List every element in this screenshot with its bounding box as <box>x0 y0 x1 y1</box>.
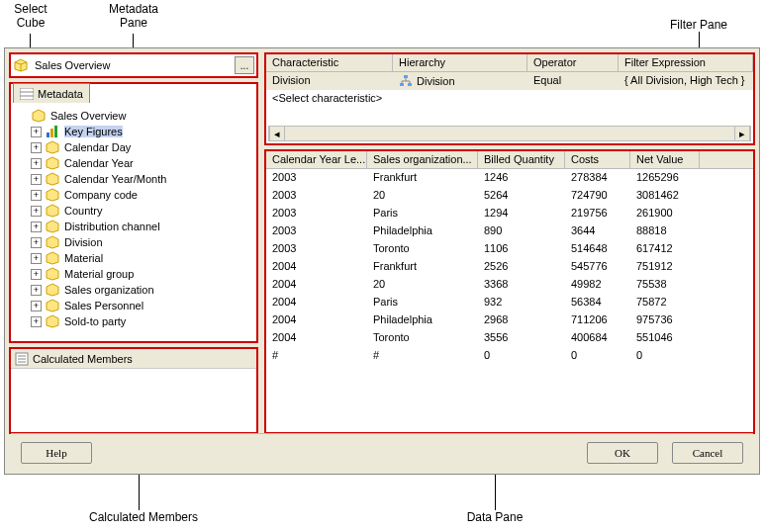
tree-item-label: Material group <box>64 268 134 280</box>
filter-row[interactable]: DivisionDivisionEqual{ All Division, Hig… <box>266 72 753 90</box>
data-cell: 3556 <box>478 329 565 347</box>
data-row[interactable]: 2004Philadelphia2968711206975736 <box>266 311 753 329</box>
data-cell: 617412 <box>630 240 700 258</box>
filter-cell-characteristic[interactable]: <Select characteristic> <box>266 90 393 108</box>
expander-icon[interactable]: + <box>31 142 42 153</box>
svg-marker-16 <box>47 221 58 232</box>
expander-icon[interactable]: + <box>31 222 42 232</box>
browse-cube-button[interactable]: ... <box>235 56 254 74</box>
data-row[interactable]: 2003Frankfurt12462783841265296 <box>266 169 753 187</box>
expander-none <box>17 111 28 122</box>
data-row[interactable]: 20042033684998275538 <box>266 276 753 294</box>
filter-row[interactable]: <Select characteristic> <box>266 90 753 108</box>
dimension-icon <box>45 283 60 297</box>
cube-icon <box>31 109 47 123</box>
filter-cell-operator[interactable] <box>527 90 619 108</box>
data-cell: 3081462 <box>630 187 700 205</box>
expander-icon[interactable]: + <box>31 174 42 185</box>
calc-icon <box>15 352 29 366</box>
data-cell: 2004 <box>266 311 367 329</box>
data-cell: 2003 <box>266 205 367 222</box>
data-row[interactable]: 2003Philadelphia890364488818 <box>266 222 753 240</box>
metadata-tree[interactable]: Sales Overview +Key Figures+Calendar Day… <box>13 106 254 339</box>
metadata-tab[interactable]: Metadata <box>13 83 90 103</box>
tree-root[interactable]: Sales Overview <box>15 108 252 124</box>
data-row[interactable]: ##000 <box>266 347 753 365</box>
tree-item[interactable]: +Country <box>15 203 252 219</box>
expander-icon[interactable]: + <box>31 316 42 327</box>
data-row[interactable]: 20032052647247903081462 <box>266 187 753 205</box>
tree-item-label: Sales organization <box>64 284 154 296</box>
tree-item[interactable]: +Sales Personnel <box>15 298 252 313</box>
help-button[interactable]: Help <box>21 442 92 464</box>
tree-item[interactable]: +Sold-to party <box>15 313 252 329</box>
tree-item[interactable]: +Material <box>15 250 252 266</box>
data-row[interactable]: 2003Paris1294219756261900 <box>266 205 753 222</box>
svg-rect-28 <box>400 83 404 86</box>
svg-rect-27 <box>404 75 408 78</box>
tree-item[interactable]: +Distribution channel <box>15 219 252 234</box>
data-row[interactable]: 2003Toronto1106514648617412 <box>266 240 753 258</box>
expander-icon[interactable]: + <box>31 206 42 217</box>
tree-item[interactable]: +Calendar Day <box>15 139 252 155</box>
filter-cell-expression[interactable] <box>619 90 753 108</box>
data-cell: 724790 <box>565 187 630 205</box>
data-cell: 890 <box>478 222 565 240</box>
data-cell: 20 <box>367 187 478 205</box>
data-col-2[interactable]: Sales organization... <box>367 151 478 168</box>
tree-item-label: Calendar Day <box>64 141 131 153</box>
filter-cell-expression[interactable]: { All Division, High Tech } <box>619 72 753 90</box>
filter-cell-operator[interactable]: Equal <box>527 72 619 90</box>
tree-item[interactable]: +Calendar Year/Month <box>15 171 252 187</box>
data-col-3[interactable]: Billed Quantity <box>478 151 565 168</box>
expander-icon[interactable]: + <box>31 269 42 280</box>
scroll-right-button[interactable]: ▸ <box>734 127 750 140</box>
expander-icon[interactable]: + <box>31 127 42 137</box>
data-cell: 551046 <box>630 329 700 347</box>
filter-col-operator[interactable]: Operator <box>527 54 619 71</box>
data-row[interactable]: 2004Paris9325638475872 <box>266 294 753 311</box>
callout-data-pane: Data Pane <box>455 510 534 524</box>
data-cell: 2003 <box>266 169 367 187</box>
expander-icon[interactable]: + <box>31 253 42 264</box>
tree-item[interactable]: +Key Figures <box>15 124 252 139</box>
filter-col-expression[interactable]: Filter Expression <box>619 54 753 71</box>
data-row[interactable]: 2004Toronto3556400684551046 <box>266 329 753 347</box>
tree-item[interactable]: +Sales organization <box>15 282 252 298</box>
expander-icon[interactable]: + <box>31 158 42 169</box>
data-col-4[interactable]: Costs <box>565 151 630 168</box>
select-cube-pane: Sales Overview ... <box>9 52 258 78</box>
filter-col-hierarchy[interactable]: Hierarchy <box>393 54 527 71</box>
data-cell: 88818 <box>630 222 700 240</box>
expander-icon[interactable]: + <box>31 190 42 201</box>
expander-icon[interactable]: + <box>31 301 42 311</box>
data-cell: 2003 <box>266 222 367 240</box>
filter-cell-hierarchy[interactable] <box>393 90 527 108</box>
expander-icon[interactable]: + <box>31 237 42 248</box>
data-col-1[interactable]: Calendar Year Le... <box>266 151 367 168</box>
scroll-left-button[interactable]: ◂ <box>269 127 285 140</box>
tree-item[interactable]: +Material group <box>15 266 252 282</box>
svg-marker-22 <box>47 315 58 327</box>
svg-marker-7 <box>33 110 45 122</box>
tree-item-label: Calendar Year <box>64 157 134 169</box>
tree-item[interactable]: +Calendar Year <box>15 155 252 171</box>
cancel-button[interactable]: Cancel <box>672 442 743 464</box>
horizontal-scrollbar[interactable]: ◂ ▸ <box>268 126 751 141</box>
dimension-icon <box>45 235 60 249</box>
data-header: Calendar Year Le... Sales organization..… <box>266 151 753 169</box>
data-row[interactable]: 2004Frankfurt2526545776751912 <box>266 258 753 276</box>
tree-item[interactable]: +Division <box>15 234 252 250</box>
ok-button[interactable]: OK <box>587 442 658 464</box>
svg-marker-12 <box>47 157 58 169</box>
svg-marker-13 <box>47 173 58 185</box>
filter-col-characteristic[interactable]: Characteristic <box>266 54 393 71</box>
svg-rect-9 <box>50 129 53 137</box>
data-cell: Frankfurt <box>367 169 478 187</box>
expander-icon[interactable]: + <box>31 285 42 296</box>
filter-cell-hierarchy[interactable]: Division <box>393 72 527 90</box>
data-col-5[interactable]: Net Value <box>630 151 700 168</box>
filter-cell-characteristic[interactable]: Division <box>266 72 393 90</box>
data-cell: Frankfurt <box>367 258 478 276</box>
tree-item[interactable]: +Company code <box>15 187 252 203</box>
